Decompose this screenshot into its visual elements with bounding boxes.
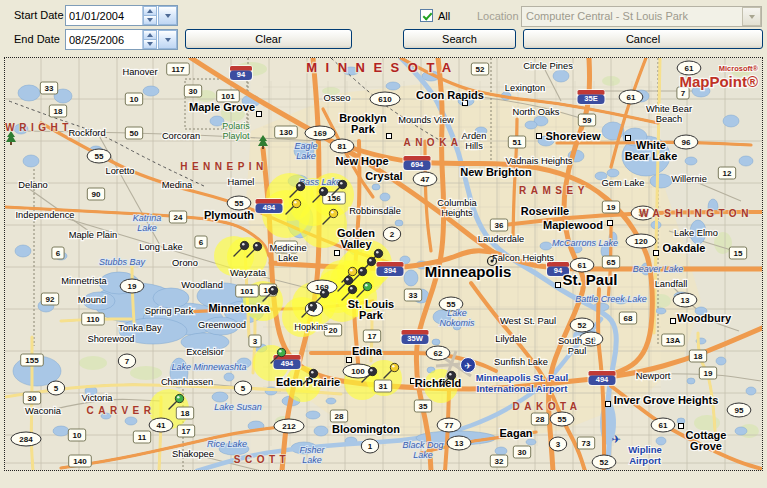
- svg-text:35: 35: [419, 402, 428, 411]
- city-label: Coon Rapids: [416, 89, 484, 101]
- svg-text:101: 101: [240, 287, 254, 296]
- route-shield: 494: [588, 370, 617, 386]
- svg-text:3: 3: [556, 440, 561, 449]
- spin-down-button[interactable]: [143, 40, 157, 49]
- city-label: Sunfish Lake: [494, 357, 548, 367]
- city-label: St. Paul: [562, 271, 617, 288]
- city-marker: [671, 319, 676, 324]
- route-shield: 77: [437, 418, 461, 432]
- route-shield: 11: [133, 431, 150, 443]
- city-marker: [347, 358, 352, 363]
- svg-text:61: 61: [685, 64, 694, 73]
- city-label: White Bear: [646, 104, 692, 114]
- route-shield: 51: [508, 136, 525, 148]
- svg-text:52: 52: [578, 321, 587, 330]
- city-label: Park: [351, 123, 376, 135]
- svg-text:73: 73: [582, 439, 591, 448]
- svg-text:13A: 13A: [666, 336, 681, 345]
- svg-text:2: 2: [390, 230, 395, 239]
- start-date-dropdown-button[interactable]: [158, 6, 177, 25]
- svg-text:✈: ✈: [464, 361, 472, 371]
- city-label: Wayzata: [230, 268, 267, 278]
- lake-label: Bass Lake: [299, 177, 341, 187]
- spin-up-button[interactable]: [143, 6, 157, 16]
- cancel-button[interactable]: Cancel: [523, 29, 763, 49]
- route-shield: 394: [376, 261, 405, 277]
- city-label: Greenwood: [198, 320, 246, 330]
- route-shield: 694: [403, 155, 432, 171]
- spin-down-button[interactable]: [143, 16, 157, 25]
- airport-icon: ✈: [611, 433, 620, 445]
- route-shield: 31: [374, 380, 391, 392]
- county-label: WASHINGTON: [639, 208, 753, 219]
- svg-text:61: 61: [659, 421, 668, 430]
- city-label: Maplewood: [543, 219, 603, 231]
- svg-text:18: 18: [181, 409, 190, 418]
- svg-text:96: 96: [682, 138, 691, 147]
- svg-text:17: 17: [368, 332, 377, 341]
- mappoint-logo: Microsoft®: [719, 64, 759, 73]
- park-label: Polaris: [222, 121, 250, 131]
- start-date-spinner: [142, 6, 157, 25]
- route-shield: 68: [619, 312, 636, 324]
- svg-text:15: 15: [734, 249, 743, 258]
- end-date-dropdown-button[interactable]: [158, 30, 177, 49]
- route-shield: 81: [330, 139, 354, 153]
- city-label: Minnetrista: [61, 276, 107, 286]
- city-label: Newport: [636, 371, 671, 381]
- airport-label: International Airport: [477, 383, 569, 394]
- city-label: Plymouth: [204, 209, 254, 221]
- airport-label: Wipline: [628, 444, 662, 455]
- route-shield: 28: [531, 413, 548, 425]
- end-date-input[interactable]: [66, 30, 142, 49]
- svg-text:100: 100: [351, 367, 365, 376]
- city-label: Medicine: [269, 243, 306, 253]
- svg-text:62: 62: [434, 349, 443, 358]
- city-label: Grove: [690, 440, 722, 452]
- svg-text:✈: ✈: [611, 433, 620, 445]
- route-shield: 95: [727, 403, 751, 417]
- route-shield: 92: [41, 293, 58, 305]
- lake-label: Lake: [413, 450, 433, 460]
- county-label: HENNEPIN: [180, 161, 268, 172]
- svg-text:7: 7: [125, 357, 130, 366]
- svg-text:95: 95: [735, 406, 744, 415]
- clear-button[interactable]: Clear: [185, 29, 352, 49]
- city-label: Arden: [462, 131, 487, 141]
- route-shield: 61: [651, 418, 675, 432]
- arrow-down-icon: [147, 18, 153, 22]
- route-shield: 17: [363, 330, 380, 342]
- map-canvas[interactable]: ✈✈9469435E3949449435W4944945561016981476…: [5, 58, 762, 470]
- route-shield: 35W: [401, 329, 430, 345]
- svg-text:394: 394: [384, 266, 397, 275]
- svg-text:55: 55: [558, 415, 567, 424]
- map[interactable]: ✈✈9469435E3949449435W4944945561016981476…: [4, 57, 763, 471]
- route-shield: 90: [87, 188, 104, 200]
- spin-up-button[interactable]: [143, 30, 157, 40]
- search-button[interactable]: Search: [403, 29, 516, 49]
- route-shield: 18: [689, 350, 706, 362]
- city-label: Excelsior: [186, 347, 224, 357]
- svg-text:19: 19: [704, 369, 713, 378]
- city-marker: [556, 283, 561, 288]
- svg-text:30: 30: [28, 394, 37, 403]
- svg-text:20: 20: [329, 326, 338, 335]
- city-label: Rockford: [68, 128, 105, 138]
- lake-label: Battle Creek Lake: [575, 294, 647, 304]
- city-marker: [608, 221, 613, 226]
- city-label: Lauderdale: [478, 234, 525, 244]
- route-shield: 59: [578, 114, 595, 126]
- city-label: Robbinsdale: [349, 206, 401, 216]
- city-label: Corcoran: [162, 131, 200, 141]
- route-shield: 7: [118, 354, 135, 368]
- route-shield: 212: [274, 419, 304, 433]
- county-label: RAMSEY: [519, 185, 589, 196]
- lake-label: Eagle: [294, 141, 317, 151]
- route-shield: 33: [404, 289, 421, 301]
- city-label: Valley: [340, 238, 372, 250]
- route-shield: 2: [383, 227, 400, 241]
- all-checkbox[interactable]: [420, 9, 433, 22]
- start-date-input[interactable]: [66, 6, 142, 25]
- city-label: Woodbury: [677, 312, 732, 324]
- city-label: Mounds View: [398, 115, 454, 125]
